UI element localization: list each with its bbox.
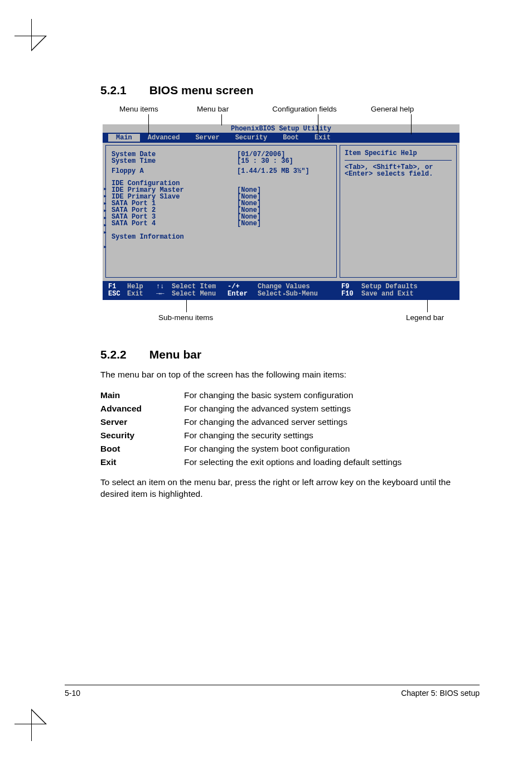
bios-tab-exit[interactable]: Exit	[307, 134, 338, 142]
section-number: 5.2.1	[100, 84, 146, 97]
bios-tab-security[interactable]: Security	[228, 134, 275, 142]
label-general-help: General help	[371, 105, 460, 113]
figure-top-ticks	[103, 114, 460, 124]
bios-tab-advanced[interactable]: Advanced	[140, 134, 188, 142]
bios-value: [15 : 30 : 36]	[237, 158, 293, 164]
table-row: SecurityFor changing the security settin…	[100, 429, 402, 442]
def-term: Server	[100, 415, 184, 429]
bios-screen: PhoenixBIOS Setup Utility Main Advanced …	[103, 124, 460, 300]
legend-key-updown: ↑↓	[156, 283, 172, 290]
chevron-right-icon: ▸	[283, 291, 286, 297]
legend-select-submenu-text: Select Sub-Menu	[258, 290, 318, 298]
bios-row-sata-port-4[interactable]: SATA Port 4 [None]	[112, 220, 331, 227]
bios-label: System Time	[112, 158, 237, 164]
legend-save-exit: Save and Exit	[361, 291, 454, 297]
legend-help: Help	[127, 283, 156, 290]
def-term: Boot	[100, 442, 184, 456]
bios-value: [None]	[237, 220, 261, 227]
def-desc: For changing the security settings	[184, 429, 402, 442]
bios-tab-server[interactable]: Server	[187, 134, 227, 142]
bios-label: System Information	[112, 234, 237, 240]
page-footer: 5-10 Chapter 5: BIOS setup	[65, 685, 480, 698]
table-row: ExitFor selecting the exit options and l…	[100, 456, 402, 469]
legend-key-enter: Enter	[228, 291, 258, 297]
legend-exit: Exit	[127, 291, 156, 297]
bios-help-pane: Item Specific Help <Tab>, <Shift+Tab>, o…	[340, 145, 457, 278]
table-row: BootFor changing the system boot configu…	[100, 442, 402, 456]
submenu-arrow-icon: ▸	[103, 244, 107, 251]
section-5-2-2-heading: 5.2.2 Menu bar	[100, 348, 480, 361]
legend-key-f1: F1	[108, 283, 127, 290]
bios-legend-bar: F1 Help ↑↓ Select Item -/+ Change Values…	[103, 281, 460, 300]
page-content: 5.2.1 BIOS menu screen Menu items Menu b…	[100, 84, 480, 508]
bios-row-floppy-a[interactable]: Floppy A [1.44/1.25 MB 3½"]	[112, 168, 331, 175]
legend-select-item: Select Item	[172, 283, 228, 290]
bios-label: SATA Port 4	[112, 220, 237, 227]
crop-mark-top-left	[14, 19, 56, 61]
legend-key-f10: F10	[341, 291, 361, 297]
table-row: AdvancedFor changing the advanced system…	[100, 402, 402, 415]
def-term: Exit	[100, 456, 184, 469]
section-intro: The menu bar on top of the screen has th…	[100, 369, 480, 381]
legend-key-leftright: →←	[156, 291, 172, 297]
label-menu-bar: Menu bar	[197, 105, 272, 113]
section-title: Menu bar	[149, 348, 201, 361]
bios-tab-boot[interactable]: Boot	[275, 134, 307, 142]
def-term: Advanced	[100, 402, 184, 415]
legend-key-plusminus: -/+	[228, 283, 258, 290]
bios-help-title: Item Specific Help	[345, 150, 452, 161]
label-menu-items: Menu items	[103, 105, 197, 113]
def-desc: For changing the advanced system setting…	[184, 402, 402, 415]
bios-value: [1.44/1.25 MB 3½"]	[237, 168, 309, 175]
legend-select-menu: Select Menu	[172, 291, 228, 297]
bios-figure: Menu items Menu bar Configuration fields…	[103, 105, 460, 325]
label-legend-bar: Legend bar	[406, 313, 444, 322]
bios-left-pane: System Date [01/07/2006] System Time [15…	[105, 145, 337, 278]
table-row: MainFor changing the basic system config…	[100, 389, 402, 402]
chapter-title: Chapter 5: BIOS setup	[401, 689, 480, 698]
page-number: 5-10	[65, 689, 80, 698]
legend-change-values: Change Values	[258, 283, 341, 290]
def-desc: For changing the advanced server setting…	[184, 415, 402, 429]
figure-top-labels: Menu items Menu bar Configuration fields…	[103, 105, 460, 113]
def-term: Security	[100, 429, 184, 442]
crop-mark-bottom-left	[14, 699, 56, 741]
section-outro: To select an item on the menu bar, press…	[100, 477, 480, 500]
label-config-fields: Configuration fields	[272, 105, 371, 113]
submenu-arrow-icon: ▸	[103, 229, 107, 236]
legend-setup-defaults: Setup Defaults	[361, 283, 454, 290]
bios-row-system-time[interactable]: System Time [15 : 30 : 36]	[112, 158, 331, 164]
section-title: BIOS menu screen	[149, 84, 254, 96]
def-term: Main	[100, 389, 184, 402]
section-number: 5.2.2	[100, 348, 146, 361]
legend-select-submenu: Select Sub-Menu ▸	[258, 291, 341, 297]
bios-row-system-information[interactable]: System Information	[112, 234, 331, 240]
bios-label: Floppy A	[112, 168, 237, 175]
legend-key-f9: F9	[341, 283, 361, 290]
table-row: ServerFor changing the advanced server s…	[100, 415, 402, 429]
submenu-arrow-column: ▸ ▸ ▸ ▸ ▸ ▸ ▸ ▸	[103, 186, 107, 251]
bios-menubar: Main Advanced Server Security Boot Exit	[103, 133, 460, 143]
def-desc: For changing the system boot configurati…	[184, 442, 402, 456]
label-submenu-items: Sub-menu items	[158, 313, 213, 322]
section-5-2-1-heading: 5.2.1 BIOS menu screen	[100, 84, 480, 97]
menu-bar-definitions: MainFor changing the basic system config…	[100, 389, 402, 469]
figure-bottom-labels: Sub-menu items Legend bar	[103, 300, 460, 325]
bios-tab-main[interactable]: Main	[108, 134, 140, 142]
def-desc: For selecting the exit options and loadi…	[184, 456, 402, 469]
bios-help-text: <Tab>, <Shift+Tab>, or <Enter> selects f…	[345, 164, 452, 177]
bios-title: PhoenixBIOS Setup Utility	[103, 124, 460, 133]
legend-key-esc: ESC	[108, 291, 127, 297]
def-desc: For changing the basic system configurat…	[184, 389, 402, 402]
